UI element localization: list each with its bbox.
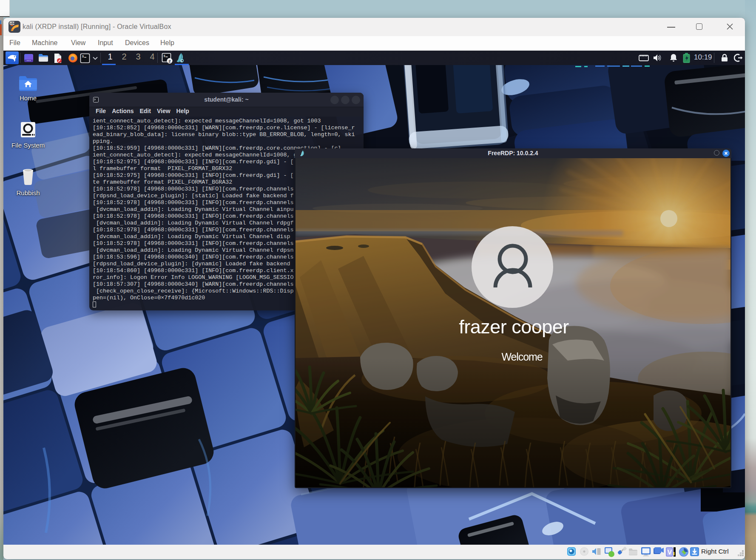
svg-text:$: $ [164, 54, 165, 58]
svg-text:$: $ [82, 55, 84, 58]
svg-text:x64: x64 [10, 22, 15, 25]
svg-text:2: 2 [168, 59, 171, 63]
